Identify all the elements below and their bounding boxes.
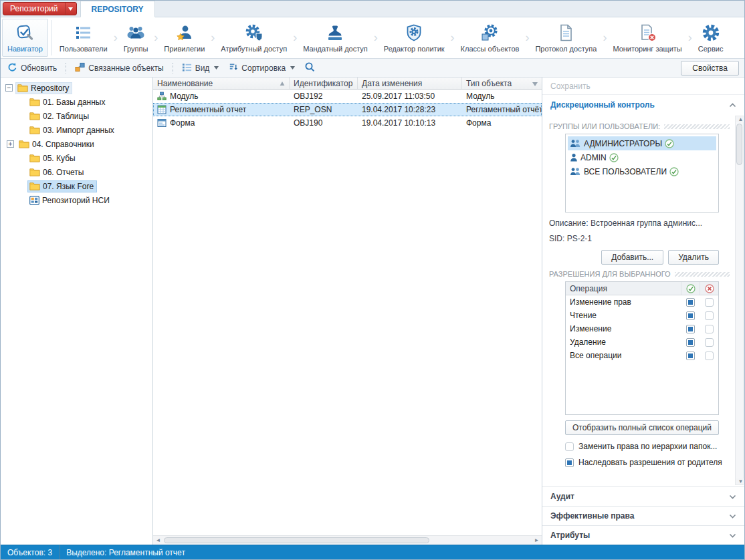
permission-row: Все операции [566, 349, 718, 362]
ribbon-item-users[interactable]: Пользователи [54, 19, 113, 57]
tree-item-reports[interactable]: 06. Отчеты [1, 165, 152, 179]
properties-panel: Сохранить Дискреционный контроль ГРУППЫ … [542, 78, 744, 545]
section-attributes[interactable]: Атрибуты [542, 525, 744, 545]
ribbon-item-mandatory-access[interactable]: Мандатный доступ [298, 19, 373, 57]
allow-checkbox[interactable] [686, 352, 695, 360]
scrollbar-thumb[interactable] [164, 537, 429, 543]
cell-identifier: REP_OSN [294, 105, 332, 114]
tree-item-nsi-repository[interactable]: Репозиторий НСИ [1, 193, 152, 207]
deny-checkbox[interactable] [705, 352, 714, 360]
deny-checkbox[interactable] [705, 325, 714, 333]
collapse-icon[interactable]: − [5, 84, 13, 92]
permission-row: Изменение прав [566, 295, 718, 309]
cell-date: 25.09.2017 11:03:50 [362, 92, 435, 101]
tree-item-data-import[interactable]: 03. Импорт данных [1, 123, 152, 137]
scrollbar-track[interactable] [736, 122, 743, 478]
chevron-down-icon [290, 66, 295, 69]
save-button[interactable]: Сохранить [542, 78, 744, 95]
refresh-button[interactable]: Обновить [5, 61, 60, 76]
column-header-identifier[interactable]: Идентификатор [290, 78, 358, 89]
sort-ascending-icon [280, 79, 285, 88]
cell-type: Модуль [466, 92, 495, 101]
related-objects-button[interactable]: Связанные объекты [72, 61, 166, 76]
allow-checkbox[interactable] [686, 298, 695, 307]
cell-type: Форма [466, 118, 491, 128]
ribbon-item-attribute-access[interactable]: Атрибутный доступ [215, 19, 292, 57]
horizontal-scrollbar[interactable]: ◄ ► [153, 535, 542, 545]
folder-icon [29, 126, 40, 134]
scroll-down-icon[interactable]: ▼ [736, 478, 744, 484]
cell-identifier: OBJ192 [294, 92, 322, 101]
refresh-label: Обновить [21, 63, 57, 73]
view-dropdown[interactable]: Вид [179, 61, 222, 76]
deny-checkbox[interactable] [705, 338, 714, 347]
groups-icon [126, 23, 145, 43]
replace-rights-checkbox[interactable] [565, 442, 574, 451]
column-header-name[interactable]: Наименование [153, 78, 290, 89]
properties-scrollbar[interactable]: ▲ ▼ [735, 116, 744, 485]
table-row[interactable]: Модуль OBJ192 25.09.2017 11:03:50 Модуль [153, 90, 542, 103]
expand-icon[interactable]: + [7, 140, 14, 148]
filter-icon[interactable] [532, 79, 538, 88]
scroll-left-icon[interactable]: ◄ [153, 536, 163, 545]
security-monitoring-icon [638, 23, 657, 43]
table-row[interactable]: Форма OBJ190 19.04.2017 10:10:13 Форма [153, 116, 542, 130]
tree-item-repository[interactable]: − Repository [1, 81, 152, 95]
list-item-all-users[interactable]: ВСЕ ПОЛЬЗОВАТЕЛИ [568, 164, 716, 178]
search-button[interactable] [302, 60, 318, 76]
list-item-administrators[interactable]: АДМИНИСТРАТОРЫ [568, 136, 716, 150]
tree-item-cubes[interactable]: 05. Кубы [1, 151, 152, 165]
inherit-permissions-checkbox[interactable] [565, 458, 574, 467]
ribbon-item-navigator[interactable]: Навигатор [2, 19, 48, 57]
properties-button[interactable]: Свойства [681, 61, 739, 76]
permission-row: Удаление [566, 335, 718, 349]
ribbon-separator: › [292, 19, 298, 57]
scrollbar-thumb[interactable] [736, 124, 742, 165]
inherit-permissions-checkbox-row[interactable]: Наследовать разрешения от родителя [565, 458, 726, 467]
ribbon-item-object-classes[interactable]: Классы объектов [455, 19, 525, 57]
ribbon-item-access-protocol[interactable]: Протокол доступа [530, 19, 602, 57]
repository-menu-button[interactable]: Репозиторий [3, 2, 77, 15]
scroll-up-icon[interactable]: ▲ [736, 116, 744, 122]
table-row-selected[interactable]: Регламентный отчет REP_OSN 19.04.2017 10… [153, 103, 542, 116]
list-item-admin[interactable]: ADMIN [568, 150, 716, 164]
tree-item-tables[interactable]: 02. Таблицы [1, 109, 152, 123]
objects-count: Объектов: 3 [1, 548, 59, 557]
tree-item-fore-language[interactable]: 07. Язык Fore [1, 179, 152, 193]
ribbon-item-policy-editor[interactable]: Редактор политик [379, 19, 450, 57]
allow-checkbox[interactable] [686, 311, 695, 320]
tree-item-dictionaries[interactable]: + 04. Справочники [1, 137, 152, 151]
privileges-icon [175, 23, 194, 43]
section-label: Эффективные права [550, 511, 634, 521]
tree-item-label: 05. Кубы [43, 154, 76, 163]
ribbon-item-groups[interactable]: Группы [118, 19, 154, 57]
add-button[interactable]: Добавить... [601, 250, 663, 265]
ribbon-item-service[interactable]: Сервис [693, 19, 729, 57]
ribbon-item-privileges[interactable]: Привилегии [158, 19, 210, 57]
section-discretionary-control[interactable]: Дискреционный контроль [542, 95, 744, 114]
delete-button[interactable]: Удалить [668, 250, 719, 265]
scrollbar-track[interactable] [163, 536, 532, 545]
ribbon-separator: › [373, 19, 379, 57]
column-header-object-type[interactable]: Тип объекта [462, 78, 542, 89]
section-audit[interactable]: Аудит [542, 486, 744, 506]
deny-checkbox[interactable] [705, 311, 714, 320]
column-header-modified-date[interactable]: Дата изменения [358, 78, 462, 89]
show-full-operations-button[interactable]: Отобразить полный список операций [565, 420, 719, 435]
section-effective-rights[interactable]: Эффективные права [542, 506, 744, 525]
repository-menu-label: Репозиторий [3, 3, 65, 15]
scroll-right-icon[interactable]: ► [532, 536, 542, 545]
tree-item-label: Репозиторий НСИ [42, 196, 110, 205]
chevron-down-icon[interactable] [65, 3, 76, 15]
tab-repository[interactable]: REPOSITORY [80, 1, 155, 17]
deny-checkbox[interactable] [705, 298, 714, 307]
allow-checkbox[interactable] [686, 338, 695, 347]
replace-rights-checkbox-row[interactable]: Заменить права по иерархии папок... [565, 442, 726, 451]
tree-item-databases[interactable]: 01. Базы данных [1, 95, 152, 109]
related-objects-label: Связанные объекты [88, 63, 163, 73]
tree-item-label: 07. Язык Fore [43, 182, 94, 191]
ribbon-item-security-monitoring[interactable]: Мониторинг защиты [607, 19, 687, 57]
sort-dropdown[interactable]: Сортировка [225, 61, 298, 76]
allow-checkbox[interactable] [686, 325, 695, 333]
group-icon [570, 167, 581, 176]
